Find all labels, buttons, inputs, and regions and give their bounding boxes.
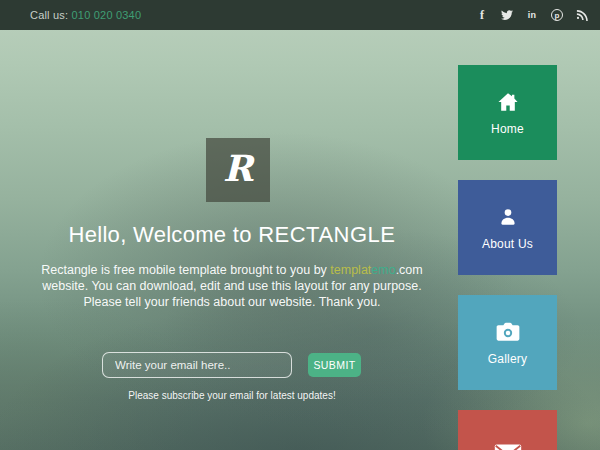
page-title: Hello, Welcome to RECTANGLE — [0, 222, 464, 248]
topbar: Call us: 010 020 0340 f in p — [0, 0, 600, 30]
sidebar-item-label: Gallery — [488, 352, 527, 366]
sidebar-item-label: About Us — [482, 237, 533, 251]
pinterest-icon[interactable]: p — [549, 7, 565, 23]
user-icon — [497, 205, 519, 229]
envelope-icon — [494, 442, 522, 450]
linkedin-icon[interactable]: in — [524, 7, 540, 23]
sidebar-item-contact[interactable] — [458, 410, 557, 450]
paragraph-text: Rectangle is free mobile template brough… — [41, 263, 330, 277]
subscribe-note: Please subscribe your email for latest u… — [0, 390, 464, 401]
sidebar-item-gallery[interactable]: Gallery — [458, 295, 557, 390]
heading-prefix: Hello, Welcome to — [69, 222, 259, 247]
camera-icon — [496, 320, 520, 344]
intro-paragraph: Rectangle is free mobile template brough… — [22, 262, 442, 310]
phone-number: 010 020 0340 — [72, 9, 142, 21]
rss-icon[interactable] — [574, 7, 590, 23]
sidebar-item-home[interactable]: Home — [458, 65, 557, 160]
submit-button[interactable]: SUBMIT — [308, 353, 361, 377]
call-us-text: Call us: 010 020 0340 — [30, 9, 141, 21]
call-us-label: Call us: — [30, 9, 68, 21]
logo-letter-r: R — [223, 147, 253, 189]
sidebar-item-about-us[interactable]: About Us — [458, 180, 557, 275]
brand-name: RECTANGLE — [258, 222, 395, 247]
subscribe-form: SUBMIT — [102, 352, 361, 378]
twitter-icon[interactable] — [499, 7, 515, 23]
sidebar-item-label: Home — [491, 122, 524, 136]
email-input[interactable] — [102, 352, 292, 378]
templatemo-link-suffix[interactable]: emo — [371, 263, 395, 277]
templatemo-link[interactable]: templat — [330, 263, 371, 277]
social-links: f in p — [474, 7, 590, 23]
site-logo: R — [206, 138, 270, 202]
facebook-icon[interactable]: f — [474, 7, 490, 23]
home-icon — [497, 90, 519, 114]
